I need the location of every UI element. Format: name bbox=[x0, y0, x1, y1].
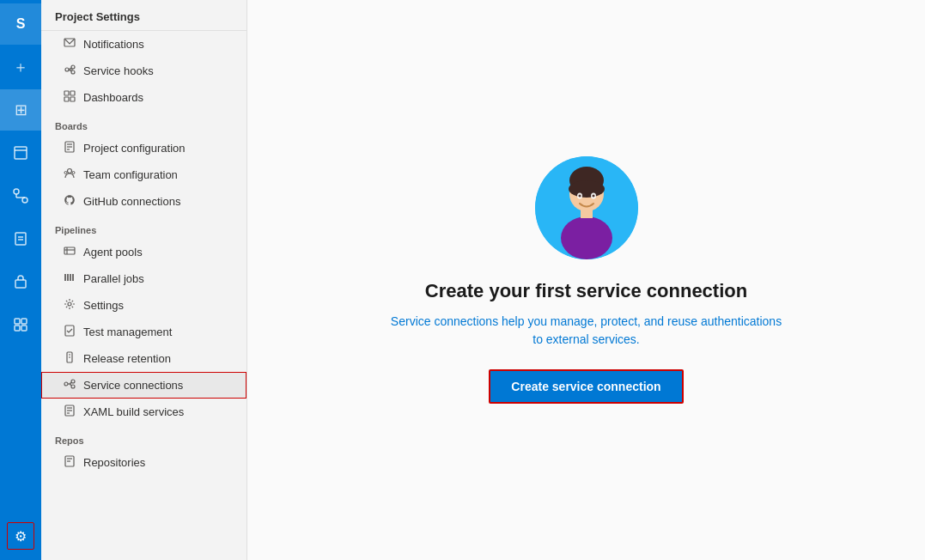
test-management-icon bbox=[63, 325, 76, 339]
svg-rect-22 bbox=[70, 91, 75, 95]
sidebar-item-service-hooks[interactable]: Service hooks bbox=[41, 58, 246, 84]
sidebar-item-project-configuration[interactable]: Project configuration bbox=[41, 135, 246, 161]
service-connections-label: Service connections bbox=[83, 379, 183, 392]
svg-rect-24 bbox=[70, 97, 75, 101]
agent-pools-label: Agent pools bbox=[83, 246, 143, 259]
github-icon bbox=[63, 194, 76, 209]
svg-line-49 bbox=[70, 385, 72, 386]
sidebar-item-settings[interactable]: Settings bbox=[41, 292, 246, 319]
sidebar-item-release-retention[interactable]: Release retention bbox=[41, 345, 246, 372]
project-config-icon bbox=[63, 141, 76, 155]
sidebar-item-parallel-jobs[interactable]: Parallel jobs bbox=[41, 265, 246, 292]
activity-bar: S ＋ ⊞ bbox=[0, 0, 41, 560]
pipelines-icon[interactable] bbox=[0, 175, 41, 216]
svg-rect-62 bbox=[581, 208, 593, 218]
logo-letter: S bbox=[16, 16, 26, 32]
release-retention-label: Release retention bbox=[83, 352, 171, 365]
sidebar-item-github-connections[interactable]: GitHub connections bbox=[41, 188, 246, 215]
sidebar-item-dashboards[interactable]: Dashboards bbox=[41, 84, 246, 111]
settings-label: Settings bbox=[83, 299, 124, 312]
xaml-build-icon bbox=[63, 405, 76, 419]
testplans-icon[interactable] bbox=[0, 218, 41, 259]
empty-state-description: Service connections help you manage, pro… bbox=[389, 313, 784, 349]
dashboards-icon bbox=[63, 90, 76, 105]
sidebar-item-service-connections[interactable]: Service connections bbox=[41, 372, 246, 399]
svg-rect-40 bbox=[65, 326, 74, 336]
svg-point-30 bbox=[64, 172, 67, 174]
svg-point-61 bbox=[561, 216, 612, 259]
notifications-icon bbox=[63, 37, 76, 52]
team-configuration-label: Team configuration bbox=[83, 168, 178, 181]
svg-point-18 bbox=[71, 70, 75, 74]
repos-icon[interactable] bbox=[0, 132, 41, 173]
svg-rect-0 bbox=[15, 147, 27, 159]
test-management-label: Test management bbox=[83, 326, 172, 338]
repositories-icon bbox=[63, 455, 76, 470]
sidebar-item-notifications[interactable]: Notifications bbox=[41, 31, 246, 58]
main-content: Create your first service connection Ser… bbox=[247, 0, 925, 560]
svg-rect-10 bbox=[15, 319, 20, 324]
svg-line-20 bbox=[70, 70, 72, 72]
svg-point-3 bbox=[22, 198, 27, 203]
service-connections-icon bbox=[63, 378, 76, 393]
project-configuration-label: Project configuration bbox=[83, 142, 186, 155]
extensions-icon[interactable] bbox=[0, 304, 41, 345]
sidebar-header: Project Settings bbox=[41, 0, 246, 31]
service-hooks-icon bbox=[63, 64, 76, 78]
agent-pools-icon bbox=[63, 245, 76, 259]
svg-rect-9 bbox=[15, 280, 26, 288]
sidebar-item-xaml-build-services[interactable]: XAML build services bbox=[41, 399, 246, 425]
svg-point-2 bbox=[14, 189, 19, 194]
boards-section-title: Boards bbox=[41, 111, 246, 135]
svg-point-44 bbox=[64, 382, 68, 386]
parallel-jobs-icon bbox=[63, 271, 76, 286]
svg-rect-23 bbox=[64, 97, 69, 101]
azure-devops-logo[interactable]: S bbox=[0, 3, 41, 45]
create-service-connection-button[interactable]: Create service connection bbox=[489, 369, 683, 404]
dashboards-label: Dashboards bbox=[83, 91, 143, 104]
sidebar-item-repositories[interactable]: Repositories bbox=[41, 449, 246, 476]
add-new-icon[interactable]: ＋ bbox=[0, 46, 41, 88]
svg-point-15 bbox=[65, 68, 69, 71]
pipelines-section-title: Pipelines bbox=[41, 215, 246, 239]
settings-gear-icon[interactable]: ⚙ bbox=[7, 522, 34, 550]
notifications-label: Notifications bbox=[83, 38, 144, 51]
svg-rect-12 bbox=[15, 326, 20, 331]
svg-point-65 bbox=[578, 195, 581, 198]
sidebar: Project Settings Notifications Service h… bbox=[41, 0, 247, 560]
svg-line-48 bbox=[70, 382, 72, 383]
svg-point-39 bbox=[68, 302, 71, 306]
svg-rect-6 bbox=[15, 233, 26, 245]
settings-icon bbox=[63, 298, 76, 313]
svg-rect-11 bbox=[21, 319, 27, 324]
sidebar-item-test-management[interactable]: Test management bbox=[41, 319, 246, 345]
avatar bbox=[535, 156, 638, 259]
empty-state: Create your first service connection Ser… bbox=[372, 139, 801, 421]
github-connections-label: GitHub connections bbox=[83, 195, 180, 208]
svg-line-19 bbox=[70, 68, 72, 70]
parallel-jobs-label: Parallel jobs bbox=[83, 272, 144, 285]
sidebar-item-team-configuration[interactable]: Team configuration bbox=[41, 161, 246, 188]
empty-state-title: Create your first service connection bbox=[425, 280, 747, 302]
release-retention-icon bbox=[63, 351, 76, 366]
repositories-label: Repositories bbox=[83, 456, 145, 469]
overview-icon[interactable]: ⊞ bbox=[0, 89, 41, 131]
svg-point-29 bbox=[68, 169, 72, 173]
svg-point-60 bbox=[569, 180, 605, 198]
svg-rect-13 bbox=[21, 326, 27, 331]
svg-point-17 bbox=[71, 65, 75, 69]
artifacts-icon[interactable] bbox=[0, 261, 41, 302]
xaml-build-services-label: XAML build services bbox=[83, 405, 184, 418]
service-hooks-label: Service hooks bbox=[83, 64, 154, 77]
svg-rect-21 bbox=[64, 91, 69, 95]
sidebar-item-agent-pools[interactable]: Agent pools bbox=[41, 239, 246, 265]
svg-point-66 bbox=[592, 195, 594, 198]
svg-point-31 bbox=[72, 172, 75, 174]
team-config-icon bbox=[63, 167, 76, 182]
repos-section-title: Repos bbox=[41, 425, 246, 449]
svg-rect-32 bbox=[64, 247, 75, 254]
